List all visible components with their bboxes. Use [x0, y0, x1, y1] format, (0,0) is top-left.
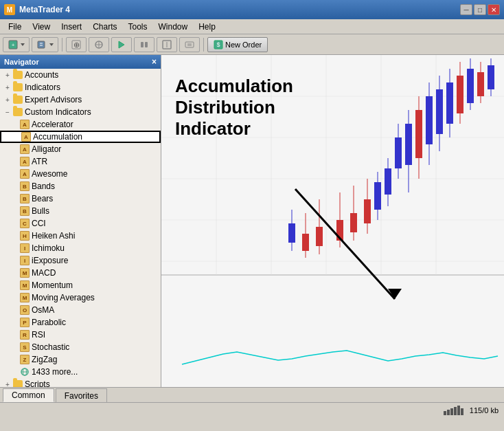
svg-rect-78: [454, 407, 457, 415]
svg-rect-60: [457, 76, 463, 113]
new-order-icon: $: [214, 40, 223, 49]
annotation-line3: Indicator: [175, 118, 293, 140]
expert-advisors-label: Expert Advisors: [25, 95, 82, 104]
status-bar: 115/0 kb: [0, 402, 504, 417]
tree-item-more[interactable]: 1433 more...: [0, 366, 161, 378]
tree-item-stochastic[interactable]: S Stochastic: [0, 341, 161, 353]
main-container: Navigator × + Accounts + Indicators: [0, 55, 504, 387]
globe-icon: [19, 366, 30, 377]
tree-item-moving-averages[interactable]: M Moving Averages: [0, 291, 161, 304]
tree-item-accounts[interactable]: + Accounts: [0, 69, 161, 81]
svg-marker-12: [119, 41, 124, 48]
ichimoku-label: Ichimoku: [32, 243, 65, 253]
tree-item-ichimoku[interactable]: I Ichimoku: [0, 242, 161, 254]
toolbar-icon-5: [116, 39, 127, 50]
navigator-close-button[interactable]: ×: [152, 57, 157, 67]
accumulation-label: Accumulation: [33, 132, 82, 142]
maximize-button[interactable]: □: [474, 4, 486, 15]
tab-favorites-label: Favorites: [65, 391, 98, 401]
svg-rect-68: [316, 227, 323, 246]
menu-insert[interactable]: Insert: [56, 21, 87, 33]
svg-rect-40: [350, 213, 357, 232]
toolbar-btn-5[interactable]: [111, 37, 132, 52]
svg-rect-64: [477, 72, 484, 96]
folder-icon-ea: [12, 94, 23, 105]
tree-item-expert-advisors[interactable]: + Expert Advisors: [0, 93, 161, 106]
svg-text:+: +: [12, 42, 15, 48]
svg-rect-77: [450, 408, 453, 415]
tab-common-label: Common: [12, 390, 45, 400]
ind-icon-ma: M: [19, 292, 30, 303]
tree-item-macd[interactable]: M MACD: [0, 267, 161, 279]
toolbar-btn-2[interactable]: [32, 37, 58, 52]
ind-icon-zigzag: Z: [19, 354, 30, 365]
minimize-button[interactable]: ─: [460, 4, 472, 15]
toolbar-sep-1: [62, 38, 62, 52]
tree-item-bulls[interactable]: B Bulls: [0, 205, 161, 217]
tree-item-cci[interactable]: C CCI: [0, 217, 161, 230]
svg-rect-62: [467, 69, 474, 103]
ind-icon-ichimoku: I: [19, 243, 30, 254]
toolbar-sep-2: [203, 38, 204, 52]
navigator-content[interactable]: + Accounts + Indicators + Exp: [0, 69, 161, 387]
tree-item-alligator[interactable]: A Alligator: [0, 143, 161, 155]
toolbar-btn-6[interactable]: [134, 37, 154, 52]
osma-label: OsMA: [32, 305, 54, 315]
menu-window[interactable]: Window: [153, 21, 194, 33]
tab-favorites[interactable]: Favorites: [56, 388, 107, 402]
tree-item-bands[interactable]: B Bands: [0, 180, 161, 192]
tree-item-indicators[interactable]: + Indicators: [0, 81, 161, 93]
tree-item-accelerator[interactable]: A Accelerator: [0, 118, 161, 131]
ind-icon-accelerator: A: [19, 119, 30, 130]
ind-icon-stochastic: S: [19, 342, 30, 353]
tree-item-rsi[interactable]: R RSI: [0, 329, 161, 341]
menu-tools[interactable]: Tools: [123, 21, 153, 33]
toolbar-btn-1[interactable]: +: [3, 37, 30, 52]
indicators-label: Indicators: [25, 82, 60, 92]
svg-rect-17: [185, 42, 194, 47]
tree-item-momentum[interactable]: M Momentum: [0, 279, 161, 291]
tree-item-heiken-ashi[interactable]: H Heiken Ashi: [0, 230, 161, 242]
tree-item-zigzag[interactable]: Z ZigZag: [0, 353, 161, 366]
tree-item-atr[interactable]: A ATR: [0, 155, 161, 168]
toolbar-icon-1: +: [8, 39, 19, 50]
ind-icon-parabolic: P: [19, 317, 30, 328]
tree-item-parabolic[interactable]: P Parabolic: [0, 316, 161, 329]
toolbar-btn-7[interactable]: [157, 37, 177, 52]
tree-item-scripts[interactable]: + Scripts: [0, 378, 161, 387]
dropdown-arrow-1: [21, 42, 25, 47]
chart-area[interactable]: Accumulation Distribution Indicator: [161, 55, 504, 387]
svg-rect-75: [444, 411, 446, 415]
tree-item-iexposure[interactable]: I iExposure: [0, 254, 161, 267]
menu-help[interactable]: Help: [193, 21, 221, 33]
tree-item-custom-indicators[interactable]: − Custom Indicators: [0, 106, 161, 118]
dropdown-arrow-2: [49, 42, 54, 47]
toolbar-btn-8[interactable]: [179, 37, 200, 52]
folder-icon-accounts: [12, 69, 23, 80]
toolbar-btn-4[interactable]: [89, 37, 109, 52]
svg-text:⊕: ⊕: [73, 41, 80, 49]
tab-common[interactable]: Common: [3, 388, 54, 402]
ind-icon-bulls: B: [19, 206, 30, 217]
menu-file[interactable]: File: [3, 21, 27, 33]
tree-item-accumulation[interactable]: A Accumulation: [0, 131, 161, 143]
cci-label: CCI: [32, 219, 46, 228]
expand-icon-accounts: +: [3, 70, 12, 80]
toolbar: + ⊕: [0, 34, 504, 55]
toolbar-btn-3[interactable]: ⊕: [66, 37, 87, 52]
chart-annotation: Accumulation Distribution Indicator: [175, 76, 293, 140]
tree-item-bears[interactable]: B Bears: [0, 192, 161, 205]
more-label: 1433 more...: [32, 367, 78, 377]
menu-view[interactable]: View: [27, 21, 56, 33]
iexposure-label: iExposure: [32, 256, 68, 265]
atr-label: ATR: [32, 157, 47, 166]
menu-charts[interactable]: Charts: [87, 21, 122, 33]
ind-icon-momentum: M: [19, 280, 30, 291]
new-order-button[interactable]: $ New Order: [207, 37, 268, 52]
tree-item-osma[interactable]: O OsMA: [0, 304, 161, 316]
app-icon: M: [4, 4, 15, 15]
close-button[interactable]: ✕: [488, 4, 500, 15]
ind-icon-accumulation: A: [21, 131, 32, 142]
svg-rect-14: [145, 42, 148, 47]
tree-item-awesome[interactable]: A Awesome: [0, 168, 161, 180]
